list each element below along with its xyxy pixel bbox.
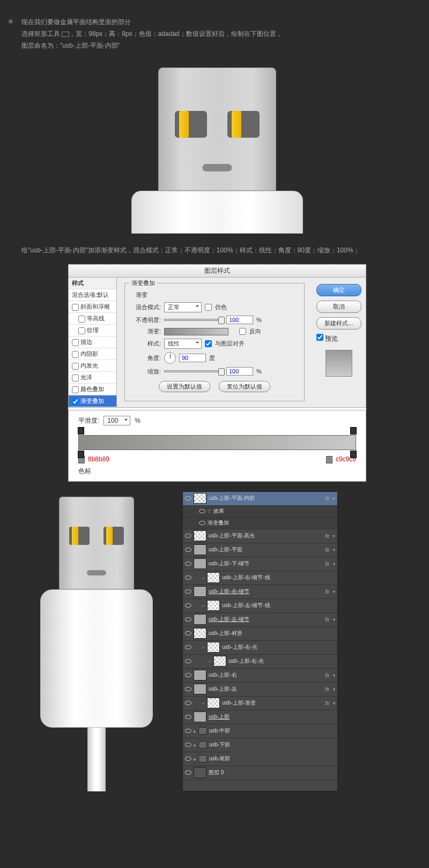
visibility-icon[interactable]: [185, 755, 191, 762]
layer-row[interactable]: ▽效果: [183, 506, 337, 518]
layer-row[interactable]: usb-上部-平面fx▾: [183, 543, 337, 557]
style-contour[interactable]: 等高线: [69, 313, 116, 325]
layer-row[interactable]: usb-上部-下-细节fx▾: [183, 557, 337, 571]
contour-check[interactable]: [78, 316, 85, 323]
layer-row[interactable]: ⌐usb-上部-渐变fx▾: [183, 697, 337, 710]
layer-row[interactable]: usb-上部-平面-内部fx▾: [183, 492, 337, 506]
reverse-check[interactable]: [239, 328, 246, 335]
layer-row[interactable]: 图层 0: [183, 766, 337, 780]
satin-check[interactable]: [72, 375, 79, 381]
visibility-icon[interactable]: [185, 714, 191, 720]
visibility-icon[interactable]: [185, 533, 191, 539]
set-default-button[interactable]: 设置为默认值: [159, 381, 210, 392]
cancel-button[interactable]: 取消: [316, 301, 361, 313]
visibility-icon[interactable]: [185, 769, 191, 776]
fx-badge[interactable]: fx: [323, 561, 331, 567]
layer-row[interactable]: usb-上部-左-细节fx▾: [183, 613, 337, 627]
layer-row[interactable]: usb-上部-平面-高光fx▾: [183, 529, 337, 543]
fx-badge[interactable]: fx: [323, 496, 331, 502]
layer-row[interactable]: 渐变叠加: [183, 518, 337, 529]
fx-badge[interactable]: fx: [323, 686, 331, 692]
style-bevel[interactable]: 斜面和浮雕: [69, 301, 116, 313]
gradient-bar[interactable]: [78, 435, 356, 450]
bevel-check[interactable]: [72, 304, 79, 311]
gradient-editor: 平滑度: 100 % 8b8b89 c9c9c9 色标: [68, 410, 366, 482]
layer-row[interactable]: ⌐usb-上部-右-细节-线: [183, 571, 337, 585]
dither-check[interactable]: [205, 304, 212, 311]
visibility-icon[interactable]: [185, 616, 191, 623]
style-stroke[interactable]: 描边: [69, 336, 116, 348]
style-satin[interactable]: 光泽: [69, 372, 116, 384]
visibility-icon[interactable]: [185, 588, 191, 595]
gradient-preview[interactable]: [164, 328, 228, 335]
visibility-icon[interactable]: [185, 574, 191, 581]
layer-row[interactable]: ⌐usb-上部-右-光: [183, 655, 337, 669]
fx-badge[interactable]: fx: [323, 700, 331, 706]
visibility-icon[interactable]: [185, 742, 191, 748]
opacity-slider[interactable]: [164, 319, 223, 321]
color-overlay-check[interactable]: [72, 386, 79, 393]
visibility-icon[interactable]: [185, 658, 191, 664]
gradient-overlay-check[interactable]: [72, 398, 79, 405]
layer-row[interactable]: ⌐usb-上部-左-细节-线: [183, 599, 337, 613]
fx-badge[interactable]: fx: [323, 617, 331, 623]
layer-row[interactable]: ⌐usb-上部-右-光: [183, 641, 337, 655]
ok-button[interactable]: 确定: [316, 284, 361, 296]
visibility-icon[interactable]: [185, 602, 191, 609]
fx-badge[interactable]: fx: [323, 547, 331, 553]
inner-shadow-check[interactable]: [72, 351, 79, 358]
opacity-stop-left[interactable]: [78, 427, 84, 435]
styles-header[interactable]: 样式: [69, 278, 116, 289]
gradient-description: 给"usb-上部-平面-内部"加添渐变样式，混合模式：正常；不透明度：100%；…: [21, 244, 413, 256]
style-inner-shadow[interactable]: 内阴影: [69, 348, 116, 360]
stroke-check[interactable]: [72, 339, 79, 346]
angle-input[interactable]: 90: [179, 354, 206, 362]
visibility-icon[interactable]: [185, 560, 191, 567]
visibility-icon[interactable]: [199, 520, 205, 526]
visibility-icon[interactable]: [185, 644, 191, 650]
color-stop-right[interactable]: [350, 451, 357, 458]
style-texture[interactable]: 纹理: [69, 325, 116, 336]
style-color-overlay[interactable]: 颜色叠加: [69, 384, 116, 395]
fx-badge[interactable]: fx: [323, 533, 331, 539]
angle-label: 角度:: [131, 354, 161, 362]
layer-row[interactable]: ▸usb-下部: [183, 738, 337, 752]
visibility-icon[interactable]: [185, 672, 191, 678]
smooth-input[interactable]: 100: [103, 416, 130, 425]
layer-row[interactable]: usb-上部-右fx▾: [183, 669, 337, 683]
texture-check[interactable]: [78, 327, 85, 334]
fx-badge[interactable]: fx: [323, 672, 331, 678]
opacity-input[interactable]: 100: [226, 316, 253, 324]
inner-glow-check[interactable]: [72, 363, 79, 370]
visibility-icon[interactable]: [185, 547, 191, 553]
layer-row[interactable]: usb-上部-右-细节fx▾: [183, 585, 337, 599]
layer-row[interactable]: ▸usb-中部: [183, 724, 337, 738]
visibility-icon[interactable]: [185, 630, 191, 637]
blend-options[interactable]: 混合选项:默认: [69, 289, 116, 301]
timeline-dot: [8, 19, 13, 24]
color-stop-left[interactable]: [78, 451, 84, 458]
visibility-icon[interactable]: [185, 686, 191, 692]
scale-input[interactable]: 100: [226, 367, 253, 376]
scale-slider[interactable]: [164, 370, 223, 372]
layer-row[interactable]: ▸usb-尾部: [183, 752, 337, 766]
style-inner-glow[interactable]: 内发光: [69, 360, 116, 372]
reset-default-button[interactable]: 复位为默认值: [219, 381, 270, 392]
preview-check[interactable]: [316, 334, 323, 341]
angle-dial[interactable]: [164, 352, 176, 364]
visibility-icon[interactable]: [185, 700, 191, 706]
visibility-icon[interactable]: [185, 728, 191, 734]
style-select[interactable]: 线性: [164, 339, 202, 349]
layer-row[interactable]: usb-上部-左fx▾: [183, 683, 337, 697]
visibility-icon[interactable]: [185, 495, 191, 502]
layer-row[interactable]: usb-上部: [183, 710, 337, 724]
opacity-stop-right[interactable]: [350, 427, 357, 435]
usb-illustration-small: [21, 491, 172, 791]
visibility-icon[interactable]: [199, 508, 205, 514]
style-gradient-overlay[interactable]: 渐变叠加: [69, 395, 116, 407]
new-style-button[interactable]: 新建样式...: [316, 317, 361, 330]
layer-row[interactable]: usb-上部-材质: [183, 627, 337, 641]
align-check[interactable]: [205, 340, 212, 347]
blend-mode-select[interactable]: 正常: [164, 302, 202, 312]
fx-badge[interactable]: fx: [323, 589, 331, 595]
